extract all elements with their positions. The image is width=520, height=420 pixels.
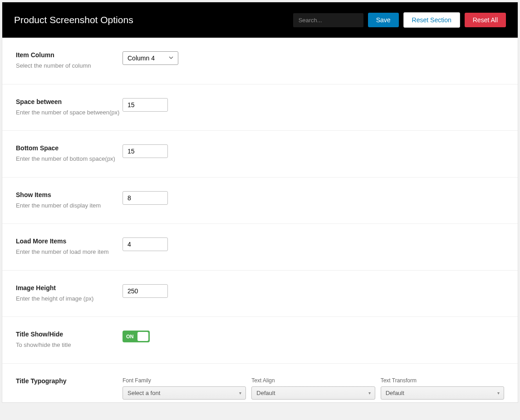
option-image-height: Image Height Enter the height of image (…	[2, 271, 518, 317]
bottom-space-input[interactable]	[123, 144, 168, 158]
option-desc: Select the number of column	[16, 61, 123, 70]
header-actions: Save Reset Section Reset All	[293, 12, 506, 28]
option-title-typography: Title Typography Font Family Select a fo…	[2, 364, 518, 402]
option-desc: Enter the number of space between(px)	[16, 108, 123, 117]
option-show-items: Show Items Enter the number of display i…	[2, 178, 518, 224]
option-desc: To show/hide the title	[16, 341, 123, 350]
save-button[interactable]: Save	[368, 13, 399, 27]
image-height-input[interactable]	[123, 284, 168, 298]
font-family-label: Font Family	[123, 377, 246, 384]
search-input[interactable]	[293, 13, 363, 27]
option-item-column: Item Column Select the number of column …	[2, 38, 518, 84]
text-transform-select[interactable]: Default	[381, 386, 504, 400]
font-family-select[interactable]: Select a font	[123, 386, 246, 400]
option-desc: Enter the number of bottom space(px)	[16, 154, 123, 163]
item-column-select[interactable]: Column 4	[123, 51, 178, 65]
option-space-between: Space between Enter the number of space …	[2, 84, 518, 131]
text-transform-label: Text Transform	[381, 377, 504, 384]
typography-group: Font Family Select a font ▾ Text Align D…	[123, 377, 504, 400]
option-label: Load More Items	[16, 237, 123, 245]
option-desc: Enter the number of display item	[16, 201, 123, 210]
text-align-select[interactable]: Default	[251, 386, 375, 400]
option-label: Bottom Space	[16, 144, 123, 152]
option-label: Space between	[16, 98, 123, 105]
option-bottom-space: Bottom Space Enter the number of bottom …	[2, 131, 518, 178]
toggle-knob	[137, 332, 148, 341]
options-panel: Product Screenshot Options Save Reset Se…	[2, 2, 518, 403]
option-label: Image Height	[16, 284, 123, 292]
option-label: Item Column	[16, 51, 123, 59]
page-title: Product Screenshot Options	[14, 15, 133, 25]
reset-section-button[interactable]: Reset Section	[403, 12, 460, 28]
reset-all-button[interactable]: Reset All	[465, 13, 506, 27]
option-label: Title Typography	[16, 377, 123, 385]
option-label: Show Items	[16, 191, 123, 198]
space-between-input[interactable]	[123, 98, 168, 112]
panel-header: Product Screenshot Options Save Reset Se…	[2, 2, 518, 38]
option-load-more-items: Load More Items Enter the number of load…	[2, 224, 518, 271]
title-show-hide-toggle[interactable]: ON	[123, 331, 150, 342]
option-title-show-hide: Title Show/Hide To show/hide the title O…	[2, 317, 518, 364]
show-items-input[interactable]	[123, 191, 168, 205]
text-align-label: Text Align	[251, 377, 375, 384]
option-desc: Enter the height of image (px)	[16, 294, 123, 303]
option-label: Title Show/Hide	[16, 331, 123, 338]
load-more-items-input[interactable]	[123, 237, 168, 251]
option-desc: Enter the number of load more item	[16, 247, 123, 257]
toggle-on-label: ON	[126, 334, 134, 339]
